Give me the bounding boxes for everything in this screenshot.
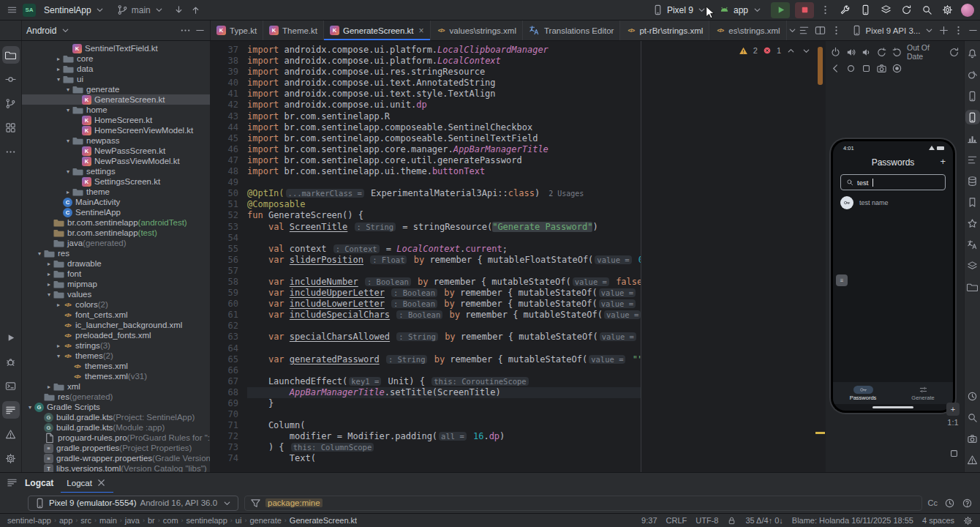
- breadcrumb-item[interactable]: sentinel-app: [7, 516, 51, 525]
- tree-item-java[interactable]: java (generated): [22, 238, 210, 248]
- tree-item-homescreen-kt[interactable]: KHomeScreen.kt: [22, 115, 210, 125]
- password-list-item[interactable]: test name: [833, 190, 953, 209]
- overview-icon[interactable]: [861, 63, 872, 74]
- tool-strip-profiler-icon[interactable]: [965, 389, 980, 403]
- tool-strip-terminal-icon[interactable]: [2, 377, 20, 395]
- tool-strip-problems-icon[interactable]: [2, 425, 20, 443]
- tree-item-settingsscreen-kt[interactable]: KSettingsScreen.kt: [22, 176, 210, 187]
- breadcrumb-item[interactable]: sentinelapp: [186, 516, 227, 525]
- layout-inspector-icon[interactable]: [877, 2, 894, 18]
- tree-item-res[interactable]: res (generated): [22, 392, 210, 402]
- tree-item-ic-launcher-background-xml[interactable]: </>ic_launcher_background.xml: [22, 320, 210, 330]
- chevron-down-icon[interactable]: ▾: [64, 168, 72, 175]
- chevron-down-icon[interactable]: ▾: [64, 107, 72, 113]
- run-config-selector[interactable]: app: [716, 3, 766, 18]
- breadcrumb-item[interactable]: ui: [235, 516, 242, 525]
- tool-strip-settings-icon[interactable]: [2, 449, 20, 467]
- volume-down-icon[interactable]: [861, 47, 872, 58]
- emulator-side-handle[interactable]: ≡: [836, 274, 848, 286]
- more-options-icon[interactable]: [952, 25, 964, 37]
- tool-strip-commit-icon[interactable]: [2, 70, 20, 88]
- line-endings[interactable]: CRLF: [666, 516, 687, 525]
- tree-item-br-com-sentinelapp[interactable]: br.com.sentinelapp (androidTest): [22, 217, 210, 228]
- match-case-icon[interactable]: Cc: [928, 498, 938, 507]
- project-view-selector[interactable]: Android: [22, 20, 211, 40]
- tree-item-drawable[interactable]: ▸drawable: [22, 258, 210, 269]
- tree-item-ui[interactable]: ▾ui: [22, 74, 210, 84]
- breadcrumb-item[interactable]: br: [148, 516, 155, 525]
- tree-item-settings[interactable]: ▾settings: [22, 166, 210, 176]
- tree-item-colors[interactable]: ▸</>colors (2): [22, 299, 210, 310]
- hide-icon[interactable]: [967, 25, 979, 37]
- chevron-right-icon[interactable]: ▸: [54, 302, 63, 308]
- breadcrumb-item[interactable]: app: [59, 516, 72, 525]
- git-status[interactable]: 35 Δ/4↑ 0↓: [745, 516, 783, 525]
- power-icon[interactable]: [830, 47, 841, 58]
- chevron-right-icon[interactable]: ▸: [54, 66, 63, 72]
- status-settings-icon[interactable]: [963, 516, 973, 526]
- scrollbar-thumb[interactable]: [818, 47, 823, 85]
- editor-tab[interactable]: Translations Editor: [523, 20, 620, 40]
- tree-item-sentineltextfield-kt[interactable]: KSentinelTextField.kt: [22, 43, 210, 53]
- tree-item-font[interactable]: ▸font: [22, 269, 210, 279]
- screenshot-icon[interactable]: [876, 63, 887, 74]
- tool-strip-translations-editor-icon[interactable]: [965, 237, 980, 252]
- tool-strip-project-icon[interactable]: [2, 46, 20, 64]
- tree-item-core[interactable]: ▸core: [22, 53, 210, 64]
- volume-up-icon[interactable]: [845, 47, 856, 58]
- logcat-filter-field[interactable]: package:mine: [244, 496, 922, 511]
- tree-item-themes-xml[interactable]: </>themes.xml (v31): [22, 371, 210, 381]
- refresh-icon[interactable]: [949, 47, 960, 58]
- chevron-right-icon[interactable]: ▸: [54, 56, 63, 62]
- breadcrumb-item[interactable]: src: [80, 516, 91, 525]
- tool-strip-notifications-icon[interactable]: [965, 46, 980, 61]
- chevron-right-icon[interactable]: ▸: [45, 261, 53, 267]
- tool-strip-gradle-icon[interactable]: [965, 67, 980, 82]
- editor-tab[interactable]: KGenerateScreen.kt×: [324, 20, 431, 40]
- chevron-right-icon[interactable]: ▸: [64, 189, 72, 195]
- tool-strip-resource-manager-icon[interactable]: [965, 258, 980, 273]
- chevron-down-icon[interactable]: ▾: [64, 86, 72, 93]
- editor-tab[interactable]: KType.kt: [211, 20, 263, 40]
- rotate-left-icon[interactable]: [876, 47, 887, 58]
- more-options-icon[interactable]: [831, 25, 843, 37]
- tree-item-build-gradle-kts[interactable]: Gbuild.gradle.kts (Project: SentinelApp): [22, 412, 210, 422]
- sync-icon[interactable]: [897, 2, 915, 18]
- tree-item-br-com-sentinelapp[interactable]: br.com.sentinelapp (test): [22, 228, 210, 238]
- project-selector[interactable]: SentinelApp: [41, 3, 109, 18]
- tree-item-themes[interactable]: ▾</>themes (2): [22, 351, 210, 361]
- editor-tab[interactable]: </>pt-rBr\strings.xml: [620, 20, 709, 40]
- history-icon[interactable]: [943, 497, 955, 509]
- breadcrumb-item[interactable]: GenerateScreen.kt: [290, 516, 357, 525]
- caret-position[interactable]: 9:37: [641, 516, 657, 525]
- project-tree[interactable]: KSentinelTextField.kt▸core▸data▾ui▾gener…: [22, 41, 211, 472]
- structure-view-icon[interactable]: [799, 25, 810, 37]
- logcat-device-selector[interactable]: Pixel 9 (emulator-5554) Android 16, API …: [28, 496, 238, 511]
- tree-item-sentinelapp[interactable]: CSentinelApp: [22, 207, 210, 217]
- editor-tab[interactable]: </>es\strings.xml: [709, 20, 786, 40]
- help-icon[interactable]: [961, 497, 973, 509]
- settings-icon[interactable]: [938, 2, 956, 18]
- tree-item-home[interactable]: ▾home: [22, 105, 210, 115]
- tree-item-generate[interactable]: ▾generate: [22, 84, 210, 94]
- phone-nav-generate[interactable]: Generate: [893, 382, 953, 404]
- chevron-right-icon[interactable]: ▸: [45, 281, 53, 288]
- tree-item-newpassscreen-kt[interactable]: KNewPassScreen.kt: [22, 146, 210, 156]
- branch-selector[interactable]: main: [114, 3, 168, 18]
- running-devices-tab[interactable]: Pixel 9 API 3...: [847, 20, 980, 40]
- editor-gutter[interactable]: 3738394041424344454647484950515253545556…: [211, 41, 247, 472]
- close-icon[interactable]: [96, 477, 108, 489]
- split-editor-icon[interactable]: [815, 25, 826, 37]
- tree-item-newpass[interactable]: ▾newpass: [22, 135, 210, 146]
- stop-button[interactable]: [795, 2, 814, 18]
- tree-item-gradle-properties[interactable]: ≡gradle.properties (Project Properties): [22, 443, 210, 453]
- search-icon[interactable]: [918, 2, 935, 18]
- fit-to-window-icon[interactable]: [948, 447, 960, 459]
- chevron-down-icon[interactable]: ▾: [54, 353, 63, 359]
- home-icon[interactable]: [845, 63, 856, 74]
- tree-item-gradle-scripts[interactable]: ▾GGradle Scripts: [22, 402, 210, 412]
- tool-strip-problems-icon[interactable]: [965, 452, 980, 467]
- tree-item-strings[interactable]: ▸</>strings (3): [22, 340, 210, 351]
- tree-item-newpassviewmodel-kt[interactable]: KNewPassViewModel.kt: [22, 156, 210, 166]
- tool-strip-services-icon[interactable]: [2, 119, 20, 136]
